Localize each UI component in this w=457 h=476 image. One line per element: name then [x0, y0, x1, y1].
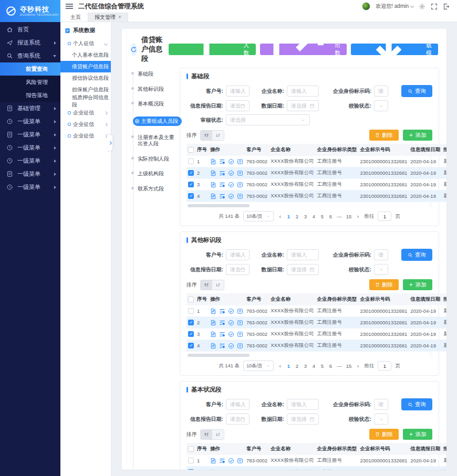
approve-icon[interactable] [228, 158, 234, 165]
enterprise-id-input[interactable] [374, 399, 388, 410]
sidebar-item[interactable]: 一级菜单 [0, 154, 60, 167]
page-number[interactable]: 4 [311, 214, 316, 219]
page-number[interactable]: 5 [320, 214, 324, 219]
view-icon[interactable] [219, 331, 225, 337]
select-all-checkbox[interactable] [188, 446, 194, 452]
tree-item[interactable]: 企业征信 [60, 107, 111, 119]
data-date-picker[interactable]: 请选择 [287, 414, 319, 425]
sidebar-item[interactable]: 一级菜单 [0, 128, 60, 141]
goto-page-input[interactable] [378, 361, 391, 371]
settings-gear-icon[interactable] [419, 3, 425, 10]
approve-icon[interactable] [228, 320, 234, 326]
anchor-item[interactable]: 其他标识段 [131, 86, 174, 93]
search-button[interactable]: 查询 [401, 85, 432, 97]
edit-icon[interactable] [210, 158, 216, 165]
sidebar-item[interactable]: 报送系统 [0, 36, 60, 49]
add-button[interactable]: 添加 [403, 130, 432, 141]
edit-icon[interactable] [210, 193, 216, 199]
tab[interactable]: 报文管理 [88, 13, 128, 22]
row-checkbox[interactable] [188, 158, 194, 164]
row-checkbox[interactable] [188, 331, 194, 337]
detail-icon[interactable] [237, 182, 243, 188]
add-button[interactable]: 添加 [403, 429, 432, 440]
edit-icon[interactable] [210, 458, 216, 464]
customer-no-input[interactable] [226, 249, 250, 260]
sort-desc-button[interactable] [212, 280, 224, 290]
company-name-input[interactable] [287, 249, 319, 260]
fullscreen-icon[interactable] [431, 3, 438, 10]
approve-icon[interactable] [228, 331, 234, 337]
report-date-picker[interactable]: 请选择 [226, 264, 250, 275]
customer-no-input[interactable] [226, 399, 250, 410]
detail-icon[interactable] [237, 458, 243, 464]
anchor-item[interactable]: 主要组成人员段 [131, 116, 174, 126]
edit-icon[interactable] [210, 308, 216, 314]
page-number[interactable]: 1 [286, 363, 290, 369]
data-date-picker[interactable]: 请选择 [287, 100, 319, 111]
tree-root[interactable]: 系统数据 [60, 24, 111, 38]
row-checkbox[interactable] [188, 469, 194, 470]
row-checkbox[interactable] [188, 343, 194, 348]
tree-item[interactable]: 个人基本信息段 [60, 49, 111, 61]
detail-icon[interactable] [237, 193, 243, 199]
row-checkbox[interactable] [188, 308, 194, 314]
company-name-input[interactable] [287, 86, 319, 97]
company-name-input[interactable] [287, 399, 319, 410]
page-number[interactable]: 1 [286, 214, 290, 219]
select-all-checkbox[interactable] [188, 297, 194, 302]
detail-icon[interactable] [237, 469, 243, 470]
page-number[interactable]: 3 [303, 363, 307, 369]
view-icon[interactable] [219, 170, 225, 176]
export-data-button[interactable]: 导出数据 [260, 44, 347, 55]
page-number[interactable]: 6 [328, 363, 333, 369]
detail-icon[interactable] [237, 158, 243, 165]
sidebar-item[interactable]: 一级菜单 [0, 181, 60, 194]
sidebar-item[interactable]: 一级菜单 [0, 167, 60, 181]
detail-icon[interactable] [237, 308, 243, 314]
page-number[interactable]: 15 [346, 214, 352, 219]
download-template-button[interactable]: 下载模板 [351, 44, 438, 55]
verify-status-select[interactable]: 请选择 [374, 264, 388, 275]
import-data-button[interactable]: 导入数据 [169, 44, 256, 55]
detail-icon[interactable] [237, 343, 243, 349]
avatar[interactable] [362, 2, 370, 10]
view-icon[interactable] [219, 193, 225, 199]
page-number[interactable]: 2 [295, 214, 299, 219]
approve-icon[interactable] [228, 458, 234, 464]
welcome-user[interactable]: 欢迎您! admin [376, 3, 413, 10]
page-size-select[interactable]: 10条/页 [243, 211, 274, 221]
page-number[interactable]: 5 [320, 363, 324, 369]
sidebar-item[interactable]: 前置查询 [0, 62, 60, 76]
enterprise-id-input[interactable] [374, 249, 388, 260]
edit-icon[interactable] [210, 469, 216, 470]
verify-status-select[interactable]: 请选择 [374, 100, 388, 111]
horizontal-scrollbar[interactable] [188, 354, 250, 357]
view-icon[interactable] [219, 458, 225, 464]
sort-asc-button[interactable] [201, 280, 212, 290]
enterprise-id-input[interactable] [374, 86, 388, 97]
anchor-item[interactable]: 上级机构段 [131, 171, 174, 177]
row-checkbox[interactable] [188, 170, 194, 176]
sidebar-item[interactable]: 报告落地 [0, 89, 60, 102]
detail-icon[interactable] [237, 320, 243, 326]
prev-page-icon[interactable] [277, 213, 283, 219]
tab[interactable]: 主页 [64, 13, 88, 22]
tree-item[interactable]: 个人征信 [60, 38, 111, 49]
search-button[interactable]: 查询 [401, 249, 432, 261]
row-checkbox[interactable] [188, 458, 194, 463]
page-number[interactable]: — [337, 363, 342, 369]
next-page-icon[interactable] [355, 363, 360, 369]
audit-status-select[interactable]: 请选择 [226, 114, 310, 125]
sort-asc-button[interactable] [201, 430, 212, 439]
detail-icon[interactable] [237, 170, 243, 176]
approve-icon[interactable] [228, 182, 234, 188]
page-number[interactable]: 15 [346, 363, 352, 369]
approve-icon[interactable] [228, 193, 234, 199]
report-date-picker[interactable]: 请选择 [226, 414, 250, 425]
row-checkbox[interactable] [188, 320, 194, 325]
sidebar-item[interactable]: 首页 [0, 23, 60, 36]
horizontal-scrollbar[interactable] [188, 204, 250, 207]
prev-page-icon[interactable] [277, 363, 283, 369]
delete-button[interactable]: 删除 [369, 429, 399, 440]
approve-icon[interactable] [228, 469, 234, 470]
